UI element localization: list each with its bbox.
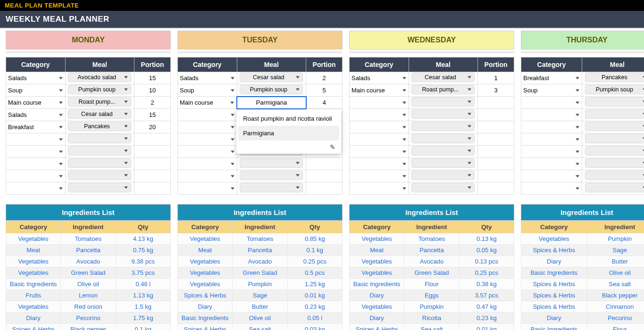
meal-cell[interactable] [409, 158, 478, 170]
category-cell[interactable] [350, 146, 409, 158]
meal-select[interactable] [585, 134, 644, 143]
category-cell[interactable]: Breakfast [6, 121, 66, 133]
category-cell[interactable] [350, 97, 409, 109]
meal-cell[interactable]: Pumpkin soup [65, 84, 134, 97]
category-cell[interactable] [350, 121, 409, 133]
portion-cell[interactable] [478, 146, 514, 158]
category-cell[interactable] [6, 146, 66, 158]
portion-cell[interactable]: 2 [306, 72, 343, 84]
meal-cell[interactable] [65, 158, 134, 170]
pencil-icon[interactable]: ✎ [238, 140, 339, 152]
category-cell[interactable] [521, 158, 582, 170]
meal-cell[interactable]: Pumpkin soup [582, 84, 644, 97]
meal-cell[interactable] [409, 182, 478, 195]
meal-select[interactable] [411, 134, 475, 143]
portion-cell[interactable] [134, 182, 171, 195]
category-cell[interactable] [178, 158, 237, 170]
meal-select[interactable]: Cesar salad [68, 109, 131, 119]
meal-select[interactable] [411, 97, 475, 107]
category-cell[interactable]: Main course [178, 97, 237, 109]
portion-cell[interactable]: 4 [306, 97, 343, 109]
portion-cell[interactable] [478, 158, 514, 170]
meal-select[interactable]: Pancakes [68, 122, 131, 131]
meal-select[interactable] [411, 171, 475, 180]
category-cell[interactable] [6, 158, 66, 170]
meal-select[interactable] [68, 158, 131, 168]
meal-select[interactable]: Cesar salad [240, 73, 303, 82]
category-cell[interactable] [521, 146, 582, 158]
meal-input-active[interactable] [237, 99, 306, 106]
portion-cell[interactable] [306, 158, 343, 170]
meal-select[interactable] [585, 122, 644, 131]
category-cell[interactable] [6, 133, 66, 146]
portion-cell[interactable] [478, 133, 514, 146]
portion-cell[interactable] [134, 170, 171, 182]
meal-cell[interactable]: Pancakes [582, 72, 644, 84]
category-cell[interactable] [350, 170, 409, 182]
category-cell[interactable] [350, 133, 409, 146]
portion-cell[interactable] [134, 146, 171, 158]
portion-cell[interactable]: 20 [134, 121, 171, 133]
category-cell[interactable] [521, 109, 582, 121]
meal-cell[interactable]: Cesar salad [65, 109, 134, 121]
meal-cell[interactable] [409, 109, 478, 121]
portion-cell[interactable] [134, 133, 171, 146]
meal-select[interactable]: Pumpkin soup [68, 85, 131, 94]
category-cell[interactable] [521, 133, 582, 146]
category-cell[interactable] [350, 182, 409, 195]
category-cell[interactable]: Main course [6, 97, 66, 109]
meal-select[interactable]: Roast pump... [411, 85, 475, 94]
meal-select[interactable]: Pumpkin soup [240, 85, 303, 94]
portion-cell[interactable]: 15 [134, 109, 171, 121]
meal-cell[interactable] [582, 133, 644, 146]
category-cell[interactable] [178, 109, 237, 121]
meal-cell[interactable] [409, 133, 478, 146]
category-cell[interactable]: Salads [178, 72, 237, 84]
meal-select[interactable] [411, 146, 475, 156]
category-cell[interactable] [350, 158, 409, 170]
meal-cell[interactable] [409, 121, 478, 133]
portion-cell[interactable] [478, 121, 514, 133]
meal-cell[interactable]: Roast pumpkin and ricotta ravioliParmigi… [237, 97, 306, 109]
portion-cell[interactable]: 10 [134, 84, 171, 97]
meal-cell[interactable] [237, 158, 306, 170]
category-cell[interactable] [6, 170, 66, 182]
meal-select[interactable] [585, 109, 644, 119]
meal-select[interactable] [68, 146, 131, 156]
meal-select[interactable] [411, 122, 475, 131]
dropdown-option[interactable]: Parmigiana [238, 126, 339, 140]
portion-cell[interactable] [306, 170, 343, 182]
meal-select[interactable] [68, 183, 131, 192]
meal-select[interactable]: Pumpkin soup [585, 85, 644, 94]
category-cell[interactable] [521, 170, 582, 182]
meal-cell[interactable] [65, 133, 134, 146]
meal-cell[interactable] [65, 182, 134, 195]
portion-cell[interactable] [478, 109, 514, 121]
category-cell[interactable]: Salads [6, 72, 66, 84]
portion-cell[interactable]: 2 [134, 97, 171, 109]
category-cell[interactable]: Soup [178, 84, 237, 97]
meal-cell[interactable] [582, 170, 644, 182]
meal-cell[interactable]: Cesar salad [237, 72, 306, 84]
meal-cell[interactable] [65, 170, 134, 182]
meal-cell[interactable] [409, 170, 478, 182]
meal-select[interactable] [585, 97, 644, 107]
meal-select[interactable] [585, 183, 644, 192]
portion-cell[interactable] [306, 182, 343, 195]
meal-select[interactable]: Roast pump... [68, 97, 131, 107]
meal-select[interactable] [585, 146, 644, 156]
category-cell[interactable]: Salads [350, 72, 409, 84]
meal-select[interactable] [240, 158, 303, 168]
meal-cell[interactable] [237, 170, 306, 182]
category-cell[interactable]: Soup [6, 84, 66, 97]
meal-cell[interactable]: Pancakes [65, 121, 134, 133]
category-cell[interactable] [521, 182, 582, 195]
category-cell[interactable] [178, 133, 237, 146]
category-cell[interactable]: Salads [6, 109, 66, 121]
meal-cell[interactable]: Roast pump... [409, 84, 478, 97]
meal-cell[interactable] [409, 146, 478, 158]
portion-cell[interactable]: 5 [306, 84, 343, 97]
meal-cell[interactable] [409, 97, 478, 109]
meal-select[interactable] [585, 158, 644, 168]
meal-select[interactable]: Pancakes [585, 73, 644, 82]
